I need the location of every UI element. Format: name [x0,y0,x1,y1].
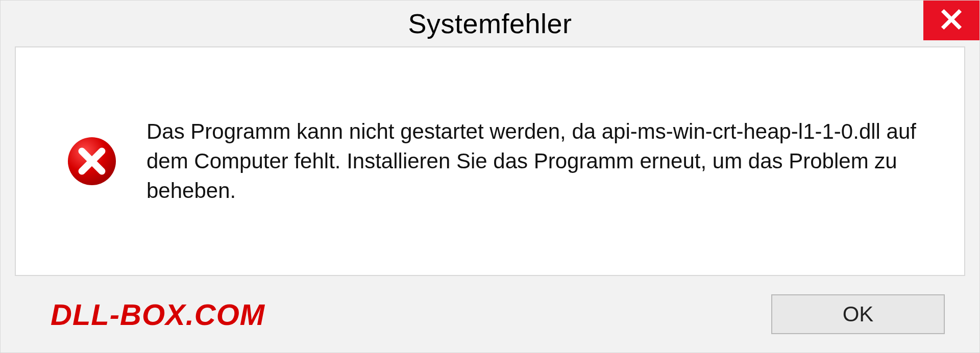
dialog-title: Systemfehler [408,8,572,39]
content-area: Das Programm kann nicht gestartet werden… [1,46,979,352]
dialog-footer: DLL-BOX.COM OK [15,276,965,352]
close-button[interactable] [923,1,979,40]
close-icon [940,8,963,33]
titlebar: Systemfehler [1,1,979,46]
error-message: Das Programm kann nicht gestartet werden… [146,117,918,206]
watermark-text: DLL-BOX.COM [51,297,265,332]
ok-button[interactable]: OK [771,294,945,334]
error-icon [67,136,117,186]
error-dialog: Systemfehler [0,0,980,353]
message-panel: Das Programm kann nicht gestartet werden… [15,46,965,276]
